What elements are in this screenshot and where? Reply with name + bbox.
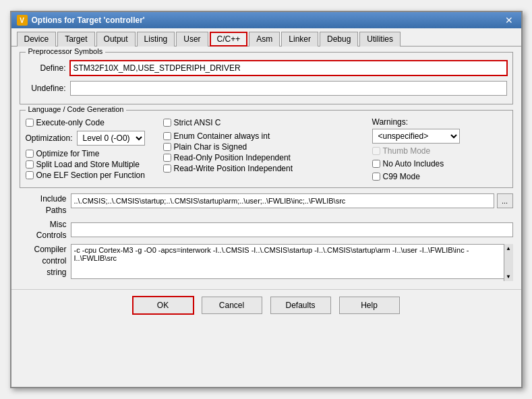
warnings-select[interactable]: <unspecified> — [372, 129, 460, 144]
tab-listing[interactable]: Listing — [137, 32, 175, 47]
enum-container-label: Enum Container always int — [174, 131, 270, 141]
c99-mode-check[interactable] — [372, 173, 380, 181]
split-load-label: Split Load and Store Multiple — [36, 160, 140, 169]
preprocessor-group: Preprocessor Symbols Define: Undefine: — [20, 52, 513, 104]
define-label: Define: — [26, 63, 66, 73]
col1: Execute-only Code Optimization: Level 0 … — [26, 117, 160, 182]
opt-label: Optimization: — [26, 133, 73, 143]
include-browse-button[interactable]: ... — [497, 193, 513, 208]
strict-ansi-check[interactable] — [163, 119, 171, 127]
dialog-title: Options for Target 'controller' — [32, 16, 145, 25]
compiler-textarea[interactable] — [71, 244, 513, 279]
undefine-input[interactable] — [70, 81, 507, 96]
language-label: Language / Code Generation — [26, 105, 127, 113]
split-load-check[interactable] — [26, 160, 34, 168]
read-only-check[interactable] — [163, 154, 171, 162]
warnings-label: Warnings: — [372, 117, 507, 127]
undefine-label: Undefine: — [26, 84, 66, 93]
execute-only-label: Execute-only Code — [36, 118, 105, 127]
enum-container-row: Enum Container always int — [163, 131, 370, 142]
execute-only-row: Execute-only Code — [26, 117, 160, 128]
one-elf-row: One ELF Section per Function — [26, 170, 160, 181]
tab-utilities[interactable]: Utilities — [359, 32, 401, 47]
define-row: Define: — [26, 61, 507, 75]
tab-linker[interactable]: Linker — [281, 32, 318, 47]
thumb-mode-row: Thumb Mode — [372, 146, 507, 156]
tab-cpp[interactable]: C/C++ — [210, 32, 248, 47]
compiler-scrollbar[interactable]: ▲ ▼ — [504, 244, 513, 281]
title-bar: V Options for Target 'controller' ✕ — [11, 12, 521, 28]
tab-bar: Device Target Output Listing User C/C++ … — [11, 28, 521, 47]
optimize-time-label: Optimize for Time — [36, 149, 100, 158]
optimization-row: Optimization: Level 0 (-O0) — [26, 131, 160, 146]
help-button[interactable]: Help — [339, 297, 400, 314]
compiler-row: Compiler control string ▲ ▼ — [20, 244, 513, 281]
read-write-label: Read-Write Position Independent — [174, 164, 293, 173]
title-bar-left: V Options for Target 'controller' — [17, 15, 145, 26]
tab-device[interactable]: Device — [17, 32, 57, 47]
tab-asm[interactable]: Asm — [249, 32, 280, 47]
col2: Strict ANSI C Enum Container always int … — [163, 117, 370, 182]
app-icon: V — [17, 15, 28, 26]
plain-char-label: Plain Char is Signed — [174, 142, 247, 152]
include-paths-label: Include Paths — [20, 193, 67, 216]
one-elf-label: One ELF Section per Function — [36, 171, 145, 180]
undefine-row: Undefine: — [26, 81, 507, 96]
include-paths-row: Include Paths ... — [20, 193, 513, 216]
include-paths-input[interactable] — [71, 193, 494, 208]
c99-mode-row: C99 Mode — [372, 171, 507, 182]
no-auto-includes-label: No Auto Includes — [383, 159, 444, 168]
optimize-time-row: Optimize for Time — [26, 148, 160, 159]
strict-ansi-row: Strict ANSI C — [163, 117, 370, 128]
misc-label: Misc Controls — [20, 219, 67, 242]
language-group: Language / Code Generation Execute-only … — [20, 110, 513, 188]
cancel-button[interactable]: Cancel — [202, 297, 262, 314]
no-auto-includes-row: No Auto Includes — [372, 158, 507, 169]
tab-debug[interactable]: Debug — [320, 32, 358, 47]
read-only-label: Read-Only Position Independent — [174, 153, 291, 162]
no-auto-includes-check[interactable] — [372, 160, 380, 168]
optimize-time-check[interactable] — [26, 150, 34, 158]
read-write-check[interactable] — [163, 164, 171, 173]
tab-target[interactable]: Target — [57, 32, 94, 47]
tab-output[interactable]: Output — [96, 32, 136, 47]
compiler-wrap: ▲ ▼ — [71, 244, 513, 281]
thumb-mode-label: Thumb Mode — [383, 146, 431, 156]
compiler-label: Compiler control string — [20, 244, 67, 278]
footer: OK Cancel Defaults Help — [11, 289, 521, 321]
preprocessor-label: Preprocessor Symbols — [26, 47, 106, 55]
execute-only-check[interactable] — [26, 119, 34, 127]
c99-mode-label: C99 Mode — [383, 172, 420, 181]
optimization-select[interactable]: Level 0 (-O0) — [77, 131, 145, 146]
define-input[interactable] — [70, 61, 507, 75]
plain-char-row: Plain Char is Signed — [163, 142, 370, 152]
one-elf-check[interactable] — [26, 171, 34, 179]
content-area: Preprocessor Symbols Define: Undefine: L… — [11, 47, 521, 289]
defaults-button[interactable]: Defaults — [270, 297, 331, 314]
dialog-window: V Options for Target 'controller' ✕ Devi… — [10, 11, 523, 388]
warnings-col: Warnings: <unspecified> Thumb Mode No Au… — [372, 117, 507, 182]
ok-button[interactable]: OK — [133, 297, 194, 314]
strict-ansi-label: Strict ANSI C — [174, 118, 221, 127]
misc-controls-row: Misc Controls — [20, 219, 513, 242]
enum-container-check[interactable] — [163, 132, 171, 140]
misc-controls-input[interactable] — [71, 222, 513, 237]
include-paths-wrap: ... — [71, 193, 513, 208]
close-button[interactable]: ✕ — [502, 15, 516, 26]
tab-user[interactable]: User — [176, 32, 208, 47]
thumb-mode-check[interactable] — [372, 147, 380, 155]
plain-char-check[interactable] — [163, 143, 171, 151]
split-load-row: Split Load and Store Multiple — [26, 159, 160, 170]
read-write-row: Read-Write Position Independent — [163, 163, 370, 174]
read-only-row: Read-Only Position Independent — [163, 152, 370, 163]
